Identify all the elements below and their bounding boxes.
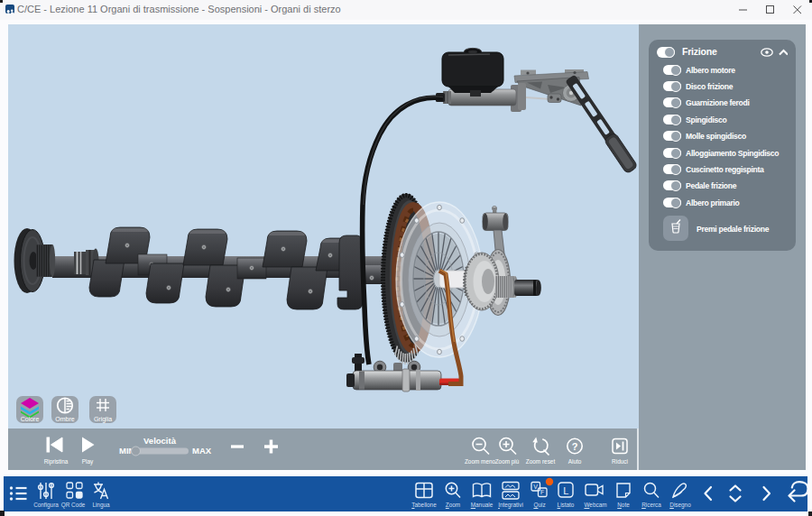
svg-text:V: V [533,484,538,490]
svg-text:L: L [563,485,568,496]
svg-text:MAX: MAX [192,446,212,456]
svg-text:F: F [540,489,544,495]
svg-text:?: ? [572,441,578,452]
svg-text:Velocità: Velocità [143,436,177,446]
